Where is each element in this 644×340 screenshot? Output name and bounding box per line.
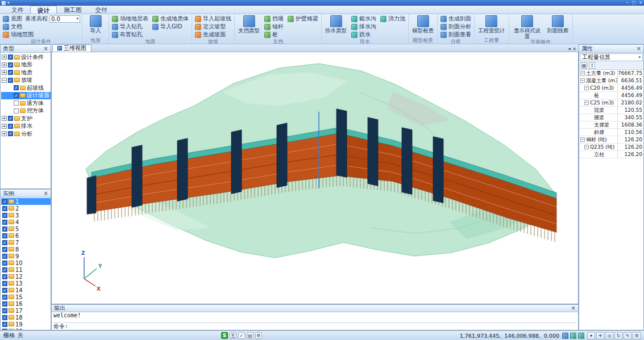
collapse-icon[interactable]: − [584, 145, 589, 149]
instance-checkbox-icon[interactable]: ✓ [2, 226, 7, 232]
quick-access-dropdown-icon[interactable]: ▾ [7, 1, 10, 5]
section-view-button[interactable]: 剖面查看 [439, 31, 472, 39]
section-panel[interactable] [433, 137, 443, 203]
import-terrain-button[interactable]: 导入 [84, 15, 107, 33]
ime-keyboard-icon[interactable]: ▤ [247, 332, 254, 339]
collapse-icon[interactable]: − [580, 78, 585, 83]
section-panel[interactable] [231, 130, 242, 194]
tree-item-drainage[interactable]: +✓排水 [1, 123, 51, 131]
instance-item[interactable]: ✓15 [1, 293, 51, 300]
instance-item[interactable]: ✓3 [1, 212, 51, 219]
instance-checkbox-icon[interactable]: ✓ [2, 308, 7, 313]
tree-item-slope[interactable]: −✓放坡 [1, 77, 51, 85]
instance-checkbox-icon[interactable]: ✓ [2, 274, 7, 279]
tree-expander-icon[interactable]: + [2, 124, 7, 129]
tree-item-cut-body[interactable]: 挖方体 [1, 107, 51, 115]
instance-item[interactable]: ✓4 [1, 219, 51, 225]
grid-status-label[interactable]: 栅格 [3, 331, 15, 339]
section-panel[interactable] [277, 123, 287, 188]
categorize-icon[interactable]: ▦ [581, 62, 587, 69]
ime-tools-icon[interactable]: ⚙ [255, 332, 262, 339]
section-panel[interactable] [336, 109, 347, 178]
tree-checkbox-icon[interactable]: ✓ [8, 131, 13, 136]
maximize-button[interactable]: □ [632, 1, 636, 5]
instance-checkbox-icon[interactable]: ✓ [2, 322, 7, 327]
annotate-tool-icon[interactable]: ✎ [624, 332, 631, 339]
collapse-icon[interactable]: − [584, 100, 589, 105]
dropdown-arrow-icon[interactable]: ▾ [76, 16, 78, 21]
instance-item[interactable]: ✓10 [1, 259, 51, 266]
site-strata-table-button[interactable]: 场地地层表 [111, 15, 149, 23]
pile-button[interactable]: 桩 [263, 31, 285, 39]
stilling-basin-button[interactable]: 消力池 [379, 15, 406, 23]
instance-checkbox-icon[interactable]: ✓ [2, 247, 7, 252]
instance-item[interactable]: ✓19 [1, 321, 51, 328]
view-menu-icon[interactable]: ▾ [568, 47, 571, 52]
instance-checkbox-icon[interactable]: ✓ [2, 295, 7, 300]
anchor-button[interactable]: 锚杆 [263, 23, 285, 31]
command-prompt[interactable]: 命令: [53, 322, 576, 330]
tree-item-design-slope-face[interactable]: ✓设计坡面 [1, 92, 51, 100]
close-button[interactable]: ✕ [639, 1, 642, 5]
tree-item-analysis[interactable]: +✓分析 [1, 130, 51, 138]
instance-item[interactable]: ✓9 [1, 253, 51, 259]
ime-mode-icon[interactable]: 五 [230, 332, 236, 339]
instance-item[interactable]: ✓17 [1, 307, 51, 314]
shaded-view-icon[interactable] [562, 333, 568, 339]
instance-checkbox-icon[interactable]: ✓ [2, 213, 7, 218]
tree-checkbox-icon[interactable]: ✓ [14, 85, 19, 90]
tree-expander-icon[interactable]: + [2, 116, 7, 121]
instance-checkbox-icon[interactable]: ✓ [2, 240, 7, 245]
instance-item[interactable]: ✓1 [1, 198, 51, 205]
tree-item-design-conditions[interactable]: +✓设计条件 [1, 53, 51, 61]
instance-checkbox-icon[interactable]: ✓ [2, 199, 7, 204]
import-borehole-button[interactable]: 导入钻孔 [111, 23, 149, 31]
menu-tab-文件[interactable]: 文件 [5, 6, 30, 14]
instance-checkbox-icon[interactable]: ✓ [2, 254, 7, 259]
tree-expander-icon[interactable]: + [2, 54, 7, 60]
site-extent-button[interactable]: 场地范围 [2, 31, 35, 39]
menu-tab-施工图[interactable]: 施工图 [57, 6, 89, 14]
instance-checkbox-icon[interactable]: ✓ [2, 288, 7, 293]
tree-checkbox-icon[interactable]: ✓ [8, 116, 13, 121]
instance-item[interactable]: ✓18 [1, 314, 51, 321]
3d-viewport[interactable]: Z Y X [51, 52, 579, 304]
instance-item[interactable]: ✓8 [1, 246, 51, 253]
tree-item-support[interactable]: +✓支护 [1, 115, 51, 123]
section-panel[interactable] [402, 128, 412, 195]
grid-status-state[interactable]: 关 [18, 331, 23, 339]
tree-item-fill-body[interactable]: 填方体 [1, 99, 51, 107]
properties-panel-close-icon[interactable]: × [637, 46, 641, 52]
output-panel-close-icon[interactable]: × [571, 305, 576, 311]
drop-structure-button[interactable]: 跌水 [350, 31, 377, 39]
tree-checkbox-icon[interactable]: ✓ [8, 124, 13, 129]
instance-checkbox-icon[interactable]: ✓ [2, 301, 7, 307]
instance-checkbox-icon[interactable]: ✓ [2, 261, 7, 266]
tree-item-terrain[interactable]: +✓地形 [1, 61, 51, 69]
zoom-tool-icon[interactable]: ◎ [605, 332, 613, 339]
section-line-view-button[interactable]: 剖面线察 [546, 15, 571, 33]
support-type-button[interactable]: 支挡类型 [236, 15, 261, 33]
section-panel[interactable] [177, 138, 188, 202]
sort-icon[interactable]: ↕ [589, 62, 595, 69]
collapse-icon[interactable]: − [584, 86, 589, 90]
retaining-wall-button[interactable]: 挡墙 [263, 15, 285, 23]
tree-item-geology[interactable]: +✓地质 [1, 69, 51, 77]
instance-panel-close-icon[interactable]: × [44, 191, 48, 196]
grid-beam-button[interactable]: 护壁格梁 [286, 15, 319, 23]
pan-tool-icon[interactable]: ✛ [596, 332, 604, 339]
tree-checkbox-icon[interactable]: ✓ [8, 78, 13, 83]
import-slope-line-button[interactable]: 导入起坡线 [194, 15, 232, 23]
section-analysis-button[interactable]: 剖面分析 [439, 23, 472, 31]
tree-expander-icon[interactable]: + [2, 131, 7, 136]
document-button[interactable]: 文档 [2, 23, 23, 31]
instance-item[interactable]: ✓12 [1, 273, 51, 280]
instance-checkbox-icon[interactable]: ✓ [2, 206, 7, 211]
generate-slope-face-button[interactable]: 生成坡面 [194, 31, 232, 39]
base-elevation-input[interactable]: 0.0▾ [49, 15, 80, 23]
refresh-tool-icon[interactable]: ↻ [614, 332, 622, 339]
instance-checkbox-icon[interactable]: ✓ [2, 281, 7, 286]
collapse-icon[interactable]: − [580, 71, 585, 75]
ime-lang-icon[interactable]: S [221, 332, 228, 339]
menu-tab-设计[interactable]: 设计 [30, 6, 57, 14]
